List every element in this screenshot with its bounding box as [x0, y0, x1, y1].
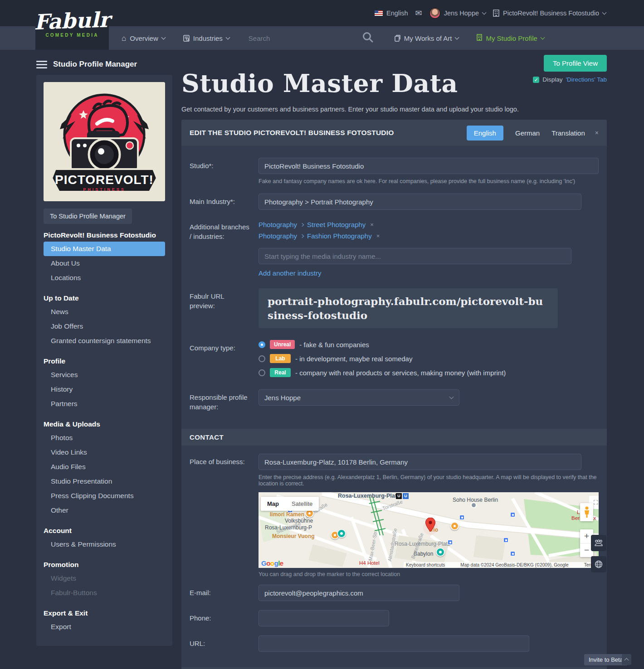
- display-directions-checkbox[interactable]: ✓ Display 'Directions' Tab: [533, 76, 607, 83]
- search-icon[interactable]: [362, 31, 374, 45]
- us-flag-icon: [375, 10, 383, 16]
- invite-to-beta-button[interactable]: Invite to Beta: [584, 654, 628, 665]
- keyboard-shortcuts-link[interactable]: Keyboard shortcuts: [406, 562, 445, 567]
- teal-poi-icon: [337, 529, 346, 538]
- sidebar-item[interactable]: Partners: [44, 397, 165, 411]
- sidebar-item[interactable]: Photos: [44, 431, 165, 445]
- map-caption: You can drag and drop the marker to the …: [259, 571, 599, 577]
- user-name: Jens Hoppe: [444, 10, 479, 17]
- main-industry-input[interactable]: [259, 194, 581, 210]
- map-marker-icon[interactable]: [425, 518, 435, 532]
- tab-english[interactable]: English: [467, 126, 503, 141]
- studio-switcher[interactable]: PictoRevolt! Business Fotostudio: [493, 10, 606, 17]
- menu-section-header: Export & Exit: [44, 609, 165, 617]
- company-type-text: - in development, maybe real someday: [295, 355, 412, 363]
- messages-icon[interactable]: ✉: [415, 8, 422, 18]
- sidebar-item[interactable]: Studio Presentation: [44, 474, 165, 489]
- company-type-option[interactable]: Unreal- fake & fun companies: [259, 340, 599, 349]
- orange-poi-icon: [450, 522, 459, 530]
- sidebar-item[interactable]: About Us: [44, 256, 165, 271]
- nav-overview[interactable]: ⌂ Overview: [122, 34, 165, 42]
- sidebar-item[interactable]: Services: [44, 368, 165, 382]
- menu-section-header: Promotion: [44, 561, 165, 569]
- manager-select-value: Jens Hoppe: [264, 394, 301, 402]
- globe-icon[interactable]: [591, 556, 606, 572]
- sidebar-item[interactable]: Users & Permissions: [44, 537, 165, 552]
- industry-search-input[interactable]: [259, 248, 571, 264]
- scroll-to-top-button[interactable]: [622, 654, 631, 665]
- sidebar-item[interactable]: Audio Files: [44, 460, 165, 474]
- sidebar-item[interactable]: Export: [44, 620, 165, 634]
- sidebar-item[interactable]: History: [44, 382, 165, 397]
- industry-child-link[interactable]: Street Photography: [307, 221, 366, 228]
- nav-my-studio-profile[interactable]: My Studio Profile: [477, 34, 544, 42]
- language-switcher[interactable]: English: [375, 10, 408, 17]
- hamburger-icon[interactable]: [36, 61, 47, 68]
- email-input[interactable]: [259, 585, 459, 601]
- place-help-text: Enter the precise address (e.g. Alexande…: [259, 474, 599, 487]
- company-type-option[interactable]: Real- company with real products or serv…: [259, 368, 599, 377]
- close-icon[interactable]: ×: [595, 129, 599, 136]
- company-type-option[interactable]: Lab- in development, maybe real someday: [259, 354, 599, 363]
- sidebar-item[interactable]: Job Offers: [44, 319, 165, 334]
- sidebar-item[interactable]: Locations: [44, 271, 165, 285]
- map-label: Rosa-Luxemburg-Platz: [338, 493, 400, 499]
- satellite-button[interactable]: Satellite: [285, 497, 319, 511]
- chevron-down-icon: [225, 35, 230, 40]
- remove-industry-icon[interactable]: ×: [376, 233, 380, 239]
- pegman-icon[interactable]: [580, 503, 593, 521]
- url-input[interactable]: [259, 635, 529, 652]
- display-label: Display: [542, 76, 562, 83]
- radio-button[interactable]: [259, 369, 265, 376]
- remove-industry-icon[interactable]: ×: [370, 221, 374, 228]
- user-menu[interactable]: Jens Hoppe: [429, 8, 486, 19]
- industry-parent-link[interactable]: Photography: [259, 232, 297, 240]
- industry-parent-link[interactable]: Photography: [259, 221, 297, 228]
- to-profile-view-button[interactable]: To Profile View: [544, 55, 607, 72]
- chevron-down-icon: [482, 10, 487, 15]
- place-of-business-input[interactable]: [259, 454, 581, 470]
- sidebar-item[interactable]: Other: [44, 503, 165, 518]
- company-type-badge: Real: [270, 368, 291, 377]
- studio-profile-icon: [477, 34, 482, 42]
- main-industry-label: Main Industry*:: [190, 194, 250, 210]
- search-input[interactable]: [248, 34, 356, 43]
- chevron-right-icon: [300, 223, 304, 226]
- sidebar-item[interactable]: News: [44, 305, 165, 319]
- url-preview-label: Fabulr URL preview:: [190, 288, 250, 328]
- sidebar-item[interactable]: Studio Master Data: [44, 242, 165, 256]
- url-preview-value: portrait-photography.fabulr.com/pictorev…: [259, 288, 558, 328]
- to-studio-profile-manager-button[interactable]: To Studio Profile Manager: [44, 208, 132, 224]
- add-industry-link[interactable]: Add another industry: [259, 269, 321, 277]
- sidebar: Studio Profile Manager: [36, 60, 172, 646]
- sidebar-item[interactable]: Video Links: [44, 445, 165, 460]
- contact-section: Place of business: Enter the precise add…: [181, 446, 607, 667]
- nav-my-works[interactable]: My Works of Art: [395, 34, 459, 42]
- teaser-section-header: TEASER & ADDITIONAL INFO: [181, 667, 607, 669]
- radio-button[interactable]: [259, 355, 265, 362]
- page-title: Studio Master Data: [181, 68, 607, 98]
- brand-logo[interactable]: Fabulr COMEDY MEDIA: [35, 0, 109, 50]
- menu-section-header: Profile: [44, 357, 165, 365]
- map[interactable]: Rosa-Luxemburg-PlatzSoho House BerlinLin…: [259, 492, 599, 568]
- company-type-badge: Lab: [270, 354, 291, 363]
- phone-input[interactable]: [259, 610, 389, 626]
- avatar: [429, 8, 440, 19]
- industries-icon: [183, 35, 190, 42]
- sidebar-item: Fabulr-Buttons: [44, 586, 165, 600]
- checkbox-checked-icon[interactable]: ✓: [533, 77, 539, 83]
- tab-german[interactable]: German: [515, 129, 540, 137]
- tab-translation[interactable]: Translation: [551, 129, 585, 137]
- company-type-badge: Unreal: [270, 340, 295, 349]
- edit-panel: EDIT THE STUDIO PICTOREVOLT! BUSINESS FO…: [181, 120, 607, 669]
- nav-industries[interactable]: Industries: [183, 34, 229, 42]
- studio-name-input[interactable]: [259, 158, 599, 174]
- sidebar-item[interactable]: Granted countersign statements: [44, 334, 165, 348]
- industry-child-link[interactable]: Fashion Photography: [307, 232, 372, 240]
- map-button[interactable]: Map: [261, 497, 285, 511]
- radio-button[interactable]: [259, 341, 265, 348]
- community-icon[interactable]: [591, 535, 606, 551]
- svg-text:PHISTINESS: PHISTINESS: [83, 187, 126, 192]
- sidebar-item[interactable]: Press Clipping Documents: [44, 489, 165, 503]
- manager-select[interactable]: Jens Hoppe: [259, 389, 459, 406]
